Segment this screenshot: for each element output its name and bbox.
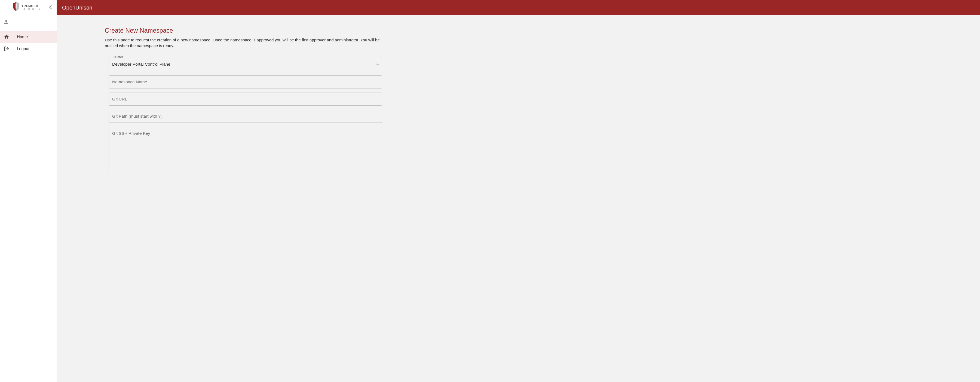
git-url-input[interactable] <box>109 93 382 105</box>
sidebar-user-row[interactable] <box>0 15 57 31</box>
git-url-field-wrap <box>109 92 382 106</box>
sidebar-item-label: Logout <box>17 46 29 52</box>
chevron-left-icon <box>49 4 52 11</box>
svg-point-3 <box>16 6 16 7</box>
svg-point-4 <box>16 7 16 8</box>
header-title-area: OpenUnison <box>57 0 980 15</box>
dropdown-icon <box>376 61 379 67</box>
sidebar-item-logout[interactable]: Logout <box>0 43 57 55</box>
shield-icon <box>12 2 20 13</box>
namespace-name-field-wrap <box>109 75 382 89</box>
logout-icon <box>3 46 10 52</box>
git-path-field-wrap <box>109 110 382 123</box>
brand-line1: TREMOLO <box>22 5 41 8</box>
person-icon <box>3 19 9 27</box>
sidebar-collapse-button[interactable] <box>48 5 53 11</box>
page-description: Use this page to request the creation of… <box>105 37 381 49</box>
brand-text: TREMOLO SECURITY <box>22 5 41 11</box>
git-ssh-key-input[interactable] <box>109 127 382 174</box>
home-icon <box>3 33 10 40</box>
cluster-value: Developer Portal Control Plane <box>109 57 382 71</box>
app-title: OpenUnison <box>62 3 92 12</box>
cluster-label: Cluster <box>111 55 124 60</box>
page-title: Create New Namespace <box>105 26 937 35</box>
svg-point-2 <box>16 5 16 6</box>
cluster-select[interactable]: Cluster Developer Portal Control Plane <box>109 57 382 71</box>
main-content: Create New Namespace Use this page to re… <box>57 15 980 382</box>
sidebar-item-label: Home <box>17 34 28 40</box>
svg-point-1 <box>16 4 16 5</box>
header-logo-area: TREMOLO SECURITY <box>0 0 57 15</box>
sidebar-item-home[interactable]: Home <box>0 31 57 43</box>
git-ssh-key-field-wrap <box>109 127 382 174</box>
brand-line2: SECURITY <box>22 8 41 11</box>
brand-logo: TREMOLO SECURITY <box>12 2 41 13</box>
namespace-name-input[interactable] <box>109 76 382 88</box>
git-path-input[interactable] <box>109 110 382 123</box>
sidebar: Home Logout <box>0 15 57 382</box>
app-header: TREMOLO SECURITY OpenUnison <box>0 0 980 15</box>
